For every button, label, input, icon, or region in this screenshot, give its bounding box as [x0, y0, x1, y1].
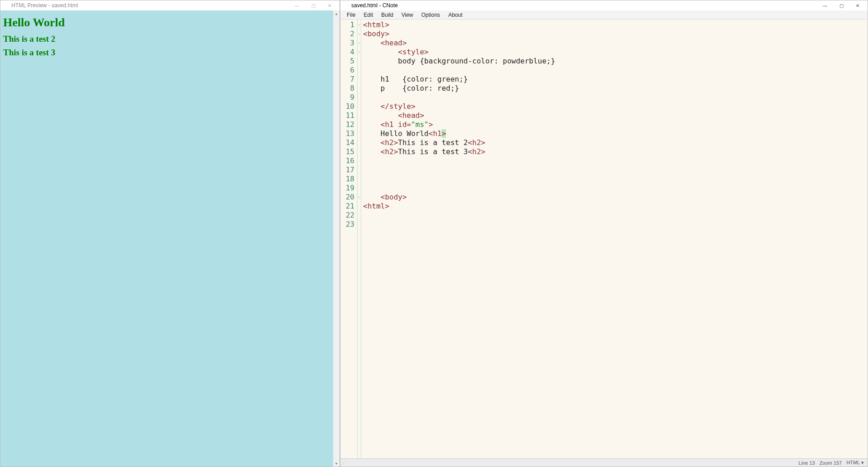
line-number: 20 [340, 193, 357, 202]
line-number: 22 [340, 211, 357, 220]
status-zoom: Zoom 157 [820, 460, 842, 466]
resize-grip-icon[interactable]: ⋰ [341, 460, 346, 465]
menu-about[interactable]: About [445, 11, 466, 19]
preview-h2-1: This is a test 2 [3, 34, 337, 44]
code-line[interactable] [363, 66, 866, 75]
statusbar: ⋰ Line 13 Zoom 157 HTML ▾ [340, 458, 868, 467]
line-number: 14 [340, 138, 357, 147]
menu-view[interactable]: View [398, 11, 417, 19]
code-line[interactable]: <h1 id="ms"> [363, 120, 866, 129]
editor-window-controls: ― ▢ ✕ [817, 0, 866, 10]
line-number-gutter: 1234567891011121314151617181920212223 [340, 19, 358, 458]
cnote-editor-window: saved.html - CNote ― ▢ ✕ File Edit Build… [340, 0, 868, 467]
line-number: 5 [340, 57, 357, 66]
code-line[interactable] [363, 156, 866, 165]
line-number: 13 [340, 129, 357, 138]
code-line[interactable] [363, 93, 866, 102]
code-line[interactable]: <body> [363, 29, 866, 39]
scroll-down-icon[interactable]: ▾ [333, 460, 339, 467]
line-number: 15 [340, 147, 357, 156]
code-line[interactable] [363, 165, 866, 175]
editor-area[interactable]: 1234567891011121314151617181920212223 ▫▫… [340, 19, 868, 458]
code-editor[interactable]: <html><body> <head> <style> body {backgr… [361, 19, 868, 458]
preview-h2-2: This is a test 3 [3, 48, 337, 58]
code-line[interactable]: <h2>This is a test 2<h2> [363, 138, 866, 147]
line-number: 18 [340, 175, 357, 184]
menu-build[interactable]: Build [378, 11, 397, 19]
code-line[interactable]: <h2>This is a test 3<h2> [363, 147, 866, 156]
line-number: 19 [340, 184, 357, 193]
code-line[interactable] [363, 220, 866, 229]
preview-scrollbar[interactable]: ▴ ▾ [333, 10, 339, 467]
line-number: 8 [340, 84, 357, 93]
line-number: 2 [340, 29, 357, 39]
line-number: 12 [340, 120, 357, 129]
line-number: 17 [340, 165, 357, 175]
code-line[interactable]: </style> [363, 102, 866, 111]
scroll-up-icon[interactable]: ▴ [333, 10, 339, 17]
code-line[interactable] [363, 175, 866, 184]
fold-strip[interactable]: ▫▫▫▫▫ [358, 19, 361, 458]
preview-viewport: Hello World This is a test 2 This is a t… [0, 10, 339, 467]
menu-file[interactable]: File [343, 11, 359, 19]
cnote-icon [342, 2, 349, 9]
preview-titlebar[interactable]: HTML Preview - saved.html ― ▢ ✕ [0, 0, 339, 10]
code-line[interactable]: <head> [363, 39, 866, 48]
code-line[interactable] [363, 184, 866, 193]
line-number: 1 [340, 20, 357, 29]
line-number: 7 [340, 75, 357, 84]
maximize-button[interactable]: ▢ [305, 0, 321, 10]
close-button[interactable]: ✕ [849, 0, 866, 10]
code-line[interactable]: p {color: red;} [363, 84, 866, 93]
menu-options[interactable]: Options [418, 11, 444, 19]
code-line[interactable]: <style> [363, 48, 866, 57]
maximize-button[interactable]: ▢ [833, 0, 849, 10]
editor-title-text: saved.html - CNote [351, 2, 817, 9]
code-line[interactable]: <body> [363, 193, 866, 202]
preview-window-controls: ― ▢ ✕ [289, 0, 338, 10]
status-language[interactable]: HTML ▾ [846, 460, 864, 466]
minimize-button[interactable]: ― [289, 0, 305, 10]
code-line[interactable]: h1 {color: green;} [363, 75, 866, 84]
minimize-button[interactable]: ― [817, 0, 833, 10]
line-number: 3 [340, 39, 357, 48]
status-line: Line 13 [799, 460, 815, 466]
menu-edit[interactable]: Edit [360, 11, 377, 19]
code-line[interactable]: <html> [363, 202, 866, 211]
menubar: File Edit Build View Options About [340, 10, 868, 19]
line-number: 6 [340, 66, 357, 75]
editor-titlebar[interactable]: saved.html - CNote ― ▢ ✕ [340, 0, 868, 10]
code-line[interactable]: Hello World<h1> [363, 129, 866, 138]
preview-title-text: HTML Preview - saved.html [11, 2, 289, 9]
line-number: 9 [340, 93, 357, 102]
html-preview-window: HTML Preview - saved.html ― ▢ ✕ Hello Wo… [0, 0, 340, 467]
scroll-track[interactable] [333, 17, 339, 460]
line-number: 23 [340, 220, 357, 229]
code-line[interactable] [363, 211, 866, 220]
line-number: 21 [340, 202, 357, 211]
line-number: 4 [340, 48, 357, 57]
code-line[interactable]: body {background-color: powderblue;} [363, 57, 866, 66]
preview-h1: Hello World [3, 16, 337, 29]
html-icon [2, 2, 9, 9]
code-line[interactable]: <head> [363, 111, 866, 120]
line-number: 10 [340, 102, 357, 111]
close-button[interactable]: ✕ [321, 0, 338, 10]
code-line[interactable]: <html> [363, 20, 866, 29]
line-number: 11 [340, 111, 357, 120]
line-number: 16 [340, 156, 357, 165]
